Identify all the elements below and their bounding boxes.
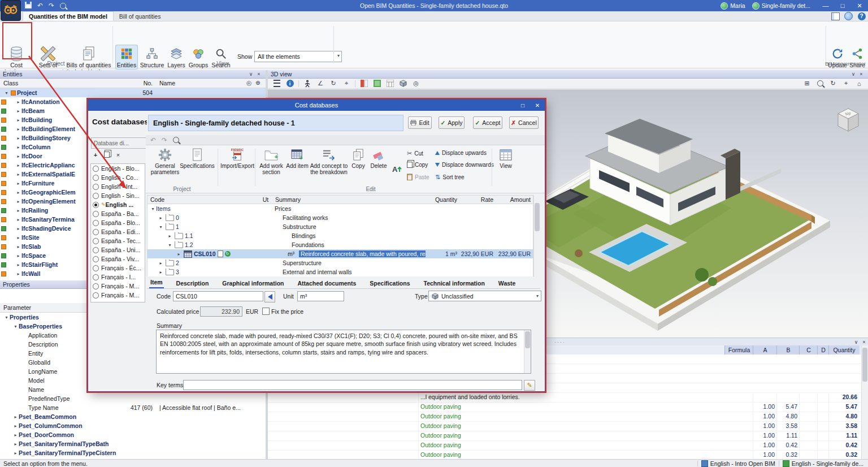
cell-b[interactable]: 4.80 [776, 413, 799, 421]
measurement-row[interactable]: Outdoor paving 1.00 1.11 1.11 [268, 431, 868, 441]
pset-row[interactable]: Pset_BeamCommon [0, 412, 266, 421]
expand-icon[interactable] [15, 244, 21, 249]
visibility-icon[interactable]: ◎ [246, 79, 251, 86]
expand-icon[interactable] [15, 190, 21, 195]
close-panel-icon[interactable]: × [255, 71, 263, 77]
orbit-icon[interactable]: ↻ [329, 80, 338, 88]
sort-tree-button[interactable]: ⇅Sort tree [435, 174, 465, 181]
expand-icon[interactable] [15, 199, 21, 204]
visibility-eye-icon[interactable]: ◎ [411, 80, 420, 88]
collapse-panel-icon[interactable]: ∨ [852, 339, 860, 345]
zoom-window-icon[interactable]: ⊞ [802, 80, 811, 88]
radio-icon[interactable] [93, 265, 99, 271]
cell-c[interactable] [799, 451, 817, 459]
target-icon[interactable]: ⊕ [255, 79, 261, 86]
expand-icon[interactable] [15, 163, 21, 168]
expand-icon[interactable] [15, 154, 21, 159]
cell-a[interactable]: 1.00 [753, 442, 776, 450]
cost-table-scrollbar[interactable] [533, 195, 540, 276]
status-project-label[interactable]: English - Single-family de... [792, 460, 863, 467]
cost-tree-row-item-csl010[interactable]: CSL010↻ m³ Reinforced concrete slab, mad… [147, 249, 533, 258]
cost-tree-row-subchapter[interactable]: 1.1 Blindings [147, 231, 533, 240]
expand-icon[interactable] [150, 206, 156, 211]
database-list-item[interactable]: España - Ba... [91, 209, 145, 218]
expand-icon[interactable] [15, 109, 21, 114]
collapse-panel-icon[interactable]: ∨ [247, 71, 255, 77]
vertical-scrollbar[interactable] [861, 345, 868, 459]
redo-icon[interactable]: ↷ [162, 136, 167, 144]
radio-icon[interactable] [93, 166, 99, 172]
expand-icon[interactable] [3, 315, 10, 320]
view-menu-icon[interactable] [272, 80, 281, 88]
cost-tree-row-chapter[interactable]: 0 Facilitating works [147, 213, 533, 222]
measurement-row[interactable]: ...l equipment and loaded onto lorries. … [268, 393, 868, 403]
cell-a[interactable]: 1.00 [753, 403, 776, 412]
cell-c[interactable] [799, 394, 817, 402]
expand-icon[interactable] [12, 414, 19, 420]
expand-icon[interactable] [15, 226, 21, 231]
database-list-item[interactable]: España - Viv... [91, 254, 145, 263]
dialog-close-button[interactable]: ✕ [530, 100, 545, 111]
tab-bill-of-quantities[interactable]: Bill of quantities [114, 11, 167, 21]
database-list-item[interactable]: España - Blo... [91, 218, 145, 227]
expand-icon[interactable] [167, 243, 173, 248]
app-icon[interactable] [1, 1, 20, 20]
expand-icon[interactable] [15, 271, 21, 276]
expand-icon[interactable] [15, 262, 21, 267]
copy-concept-button[interactable]: Copy [349, 148, 367, 169]
expand-icon[interactable] [12, 324, 19, 329]
expand-icon[interactable] [15, 136, 21, 141]
maximize-button[interactable]: □ [834, 0, 851, 11]
expand-icon[interactable] [15, 253, 21, 258]
workspace-layout-icon[interactable] [831, 12, 840, 20]
add-database-button[interactable]: + [91, 150, 100, 159]
database-list-item[interactable]: English - Sin... [91, 191, 145, 200]
measurement-row[interactable]: Outdoor paving 1.00 0.32 0.32 [268, 451, 868, 459]
pset-row[interactable]: Pset_SanitaryTerminalTypeBath [0, 439, 266, 448]
rotate-view-icon[interactable]: ↻ [828, 80, 837, 88]
position-icon[interactable]: ⌖ [342, 80, 351, 88]
pset-row[interactable]: Pset_SanitaryTerminalTypeCistern [0, 448, 266, 457]
tree-row-project[interactable]: Project 504 [0, 88, 266, 97]
delete-concept-button[interactable]: Delete [368, 148, 389, 169]
radio-icon[interactable] [93, 229, 99, 235]
green-view-icon[interactable] [372, 80, 381, 88]
undo-icon[interactable]: ↶ [37, 2, 43, 9]
copy-small-button[interactable]: Copy [407, 162, 428, 168]
measurement-row[interactable]: Outdoor paving 1.00 4.80 4.80 [268, 412, 868, 422]
radio-icon[interactable] [93, 283, 99, 289]
close-panel-icon[interactable]: × [857, 71, 865, 77]
radio-icon[interactable] [93, 238, 99, 244]
status-course-label[interactable]: English - Intro Open BIM [710, 460, 775, 467]
cut-button[interactable]: ✂Cut [407, 150, 423, 157]
cell-b[interactable]: 0.42 [776, 442, 799, 450]
close-button[interactable]: ✕ [851, 0, 868, 11]
cell-d[interactable] [817, 403, 828, 412]
navigation-cube[interactable]: top [833, 103, 863, 135]
save-icon[interactable] [25, 2, 32, 10]
cell-c[interactable] [799, 403, 817, 412]
cell-c[interactable] [799, 422, 817, 431]
radio-icon[interactable] [93, 175, 99, 181]
tab-technical-information[interactable]: Technical information [423, 279, 486, 288]
radio-icon[interactable] [93, 292, 99, 299]
tab-waste[interactable]: Waste [497, 279, 517, 288]
zoom-icon[interactable] [815, 80, 824, 88]
undo-icon[interactable]: ↶ [150, 136, 156, 144]
cell-b[interactable]: 0.32 [776, 451, 799, 459]
radio-icon[interactable] [93, 274, 99, 280]
cell-d[interactable] [817, 422, 828, 431]
database-list-item[interactable]: Français - I... [91, 273, 145, 282]
tab-graphical-information[interactable]: Graphical information [221, 279, 285, 288]
home-view-icon[interactable]: ⌂ [854, 80, 863, 88]
cell-b[interactable] [776, 394, 799, 402]
dialog-titlebar[interactable]: Cost databases □ ✕ [88, 100, 545, 111]
database-list-item[interactable]: Français - M... [91, 282, 145, 291]
expand-icon[interactable] [158, 224, 164, 230]
expand-icon[interactable] [12, 423, 19, 429]
cost-tree-row-chapter[interactable]: 1 Substructure [147, 222, 533, 231]
database-list-item[interactable]: España - Tec... [91, 236, 145, 245]
edit-button[interactable]: Edit [408, 116, 432, 129]
help-icon[interactable] [857, 12, 866, 20]
expand-icon[interactable] [15, 208, 21, 213]
